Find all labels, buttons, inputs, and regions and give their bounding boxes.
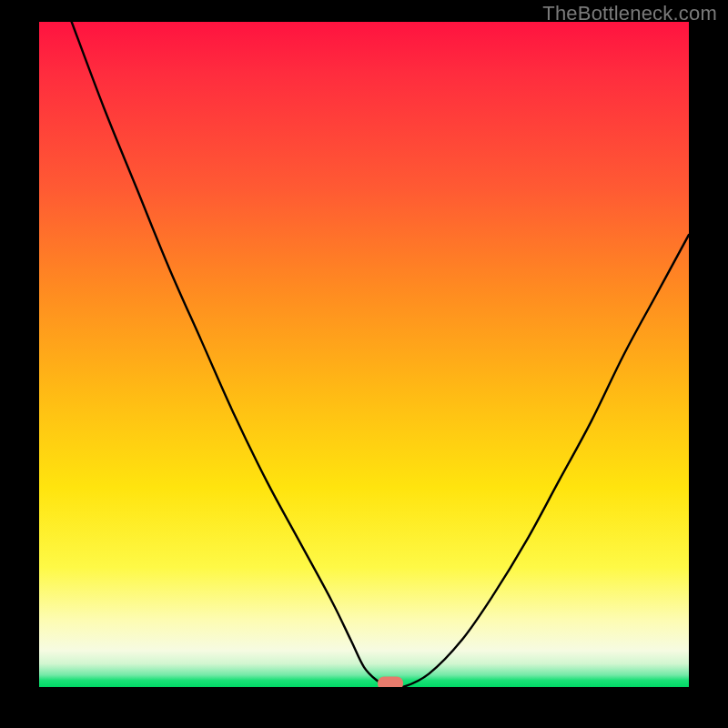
chart-frame: TheBottleneck.com — [0, 0, 728, 728]
bottleneck-curve — [72, 22, 689, 687]
curve-layer — [39, 22, 689, 687]
optimal-point-marker — [378, 677, 403, 688]
plot-area — [39, 22, 689, 687]
watermark-text: TheBottleneck.com — [542, 2, 717, 25]
